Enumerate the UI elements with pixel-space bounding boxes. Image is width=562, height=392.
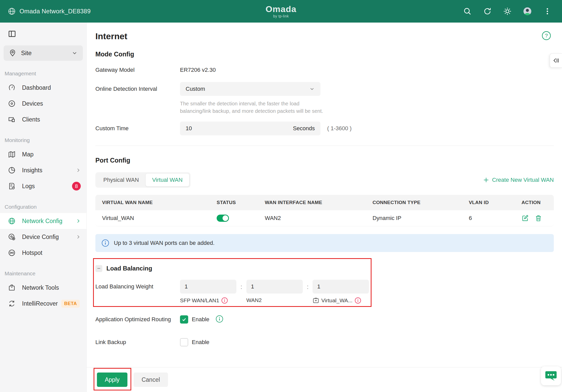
sidebar-collapse-button[interactable]	[8, 30, 16, 39]
sidebar-item-dashboard[interactable]: Dashboard	[0, 80, 86, 96]
select-value: Custom	[186, 86, 205, 92]
table-row: Virtual_WAN WAN2 Dynamic IP 6	[95, 210, 554, 226]
device-config-icon	[8, 233, 16, 241]
custom-time-range: ( 1-3600 )	[327, 125, 352, 132]
port-info-icon[interactable]	[221, 297, 228, 304]
link-backup-enable-label: Enable	[192, 339, 209, 346]
more-menu-icon[interactable]	[543, 7, 552, 16]
section-label-configuration: Configuration	[5, 204, 86, 210]
info-banner-text: Up to 3 virtual WAN ports can be added.	[114, 240, 215, 246]
col-vlan-id: VLAN ID	[462, 200, 515, 205]
weight-input-wan2[interactable]: 1	[246, 280, 303, 294]
aor-enable-checkbox[interactable]	[180, 315, 188, 324]
load-balancing-weight-row: Load Balancing Weight 1 SFP WAN/LAN1	[95, 280, 554, 304]
footer-action-bar: Apply Cancel	[87, 367, 562, 392]
help-icon[interactable]: ?	[541, 31, 551, 42]
port-config-tabs-row: Physical WAN Virtual WAN Create New Virt…	[95, 172, 554, 188]
load-balancing-header: − Load Balancing	[95, 263, 554, 272]
online-detection-interval-row: Online Detection Interval Custom	[95, 82, 554, 96]
load-balancing-section: − Load Balancing Load Balancing Weight 1…	[95, 258, 554, 304]
header-actions	[463, 7, 562, 16]
custom-time-input[interactable]: 10 Seconds	[180, 122, 320, 135]
weight-col-2: 1 WAN2	[246, 280, 303, 303]
delete-icon[interactable]	[535, 215, 542, 222]
load-balancing-heading: Load Balancing	[106, 265, 152, 272]
load-balancing-weight-label: Load Balancing Weight	[95, 283, 180, 304]
insights-pie-icon	[8, 166, 16, 174]
section-label-maintenance: Maintenance	[5, 270, 86, 277]
tab-virtual-wan[interactable]: Virtual WAN	[146, 174, 189, 186]
network-config-globe-icon	[8, 217, 16, 225]
toolbox-icon	[8, 284, 16, 292]
aor-enable-label: Enable	[192, 316, 209, 323]
logo-text: Omada	[266, 5, 296, 13]
link-backup-row: Link Backup Enable	[95, 338, 554, 346]
cell-action	[515, 215, 554, 222]
col-connection-type: CONNECTION TYPE	[366, 200, 462, 205]
chat-icon	[545, 370, 557, 381]
aor-label: Application Optimized Routing	[95, 316, 180, 323]
weight-col-3: 1 Virtual_WA...	[313, 280, 369, 304]
location-pin-icon	[9, 49, 16, 57]
sidebar-item-devices[interactable]: Devices	[0, 96, 86, 112]
collapse-minus-icon[interactable]: −	[95, 265, 102, 272]
chevron-right-icon	[76, 234, 81, 239]
sidebar-item-clients[interactable]: Clients	[0, 112, 86, 127]
sidebar-item-network-tools[interactable]: Network Tools	[0, 280, 86, 296]
svg-text:?: ?	[545, 33, 548, 38]
site-label: Site	[21, 49, 32, 57]
sidebar: Site Management Dashboard Devices Client…	[0, 23, 87, 392]
create-new-virtual-wan-button[interactable]: Create New Virtual WAN	[483, 177, 554, 183]
sidebar-item-device-config[interactable]: Device Config	[0, 229, 86, 245]
main-content: ? Internet Mode Config Gateway Model ER7…	[87, 23, 562, 367]
panel-layout-icon	[8, 30, 16, 38]
sidebar-item-map[interactable]: Map	[0, 146, 86, 162]
table-header-row: VIRTUAL WAN NAME STATUS WAN INTERFACE NA…	[95, 195, 554, 210]
custom-time-label: Custom Time	[95, 125, 180, 132]
sidebar-item-hotspot[interactable]: Hotspot	[0, 245, 86, 261]
chat-bubble-button[interactable]	[541, 366, 561, 385]
search-icon[interactable]	[463, 7, 472, 16]
info-banner: Up to 3 virtual WAN ports can be added.	[95, 234, 554, 252]
apply-button[interactable]: Apply	[97, 373, 127, 387]
col-status: STATUS	[210, 200, 258, 205]
ratio-separator: :	[240, 283, 242, 290]
sidebar-item-insights[interactable]: Insights	[0, 162, 86, 178]
mode-config-heading: Mode Config	[95, 51, 554, 58]
plus-icon	[483, 177, 489, 183]
tab-physical-wan[interactable]: Physical WAN	[97, 174, 146, 186]
logo-subtext: by tp-link	[266, 14, 296, 18]
brightness-icon[interactable]	[503, 7, 512, 16]
sidebar-item-network-config[interactable]: Network Config	[0, 213, 86, 229]
section-label-monitoring: Monitoring	[5, 137, 86, 143]
network-selector[interactable]: Omada Network_DE8389	[0, 7, 91, 15]
aor-info-icon[interactable]	[216, 315, 223, 324]
detection-interval-hint: The smaller the detection interval, the …	[180, 100, 324, 115]
check-icon	[182, 317, 187, 322]
online-detection-interval-select[interactable]: Custom	[180, 82, 320, 96]
link-backup-enable-checkbox[interactable]	[180, 338, 188, 346]
port-config-heading: Port Config	[95, 157, 554, 164]
ratio-separator: :	[307, 283, 309, 290]
edit-icon[interactable]	[521, 215, 529, 222]
link-backup-label: Link Backup	[95, 339, 180, 346]
chevron-right-icon	[76, 168, 81, 173]
site-selector[interactable]: Site	[4, 45, 83, 61]
right-panel-expand-button[interactable]	[550, 53, 562, 68]
omada-app: Omada Network_DE8389 Omada by tp-link	[0, 0, 562, 392]
weight-controls: 1 SFP WAN/LAN1 : 1	[180, 280, 369, 304]
weight-input-sfp-wan[interactable]: 1	[180, 280, 236, 294]
weight-port-label-1: SFP WAN/LAN1	[180, 297, 236, 304]
refresh-icon[interactable]	[483, 7, 492, 16]
logs-icon	[8, 182, 16, 190]
cell-wan-interface: WAN2	[258, 215, 366, 222]
sidebar-item-intellirecover[interactable]: IntelliRecover BETA	[0, 296, 86, 311]
cancel-button[interactable]: Cancel	[134, 373, 168, 387]
page-title: Internet	[95, 31, 554, 41]
port-info-icon[interactable]	[355, 297, 361, 304]
sidebar-item-logs[interactable]: Logs 8	[0, 178, 86, 194]
user-avatar[interactable]	[523, 7, 532, 16]
weight-input-virtual-wan[interactable]: 1	[313, 280, 369, 294]
status-toggle-on[interactable]	[217, 215, 229, 222]
cell-virtual-wan-name: Virtual_WAN	[95, 215, 210, 222]
